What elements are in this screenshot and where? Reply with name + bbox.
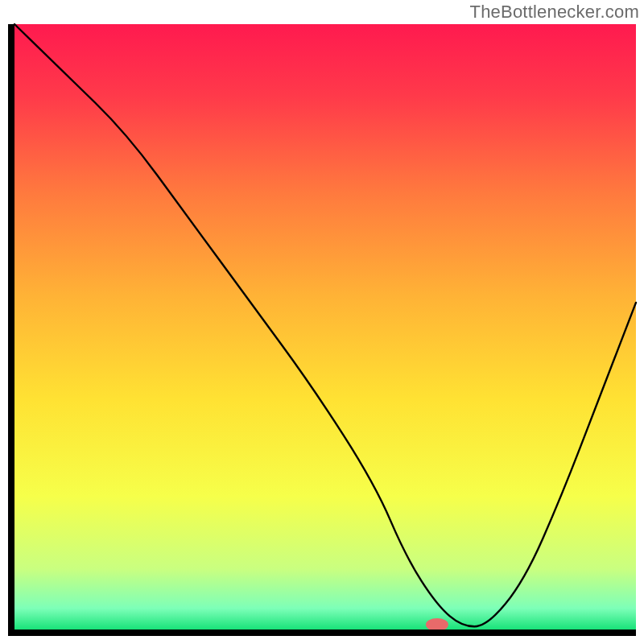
attribution-text: TheBottlenecker.com bbox=[470, 2, 639, 23]
optimal-marker bbox=[426, 618, 448, 631]
chart-container: TheBottlenecker.com bbox=[0, 0, 644, 644]
bottleneck-chart bbox=[0, 0, 644, 644]
x-axis bbox=[8, 630, 636, 636]
y-axis bbox=[8, 24, 14, 636]
